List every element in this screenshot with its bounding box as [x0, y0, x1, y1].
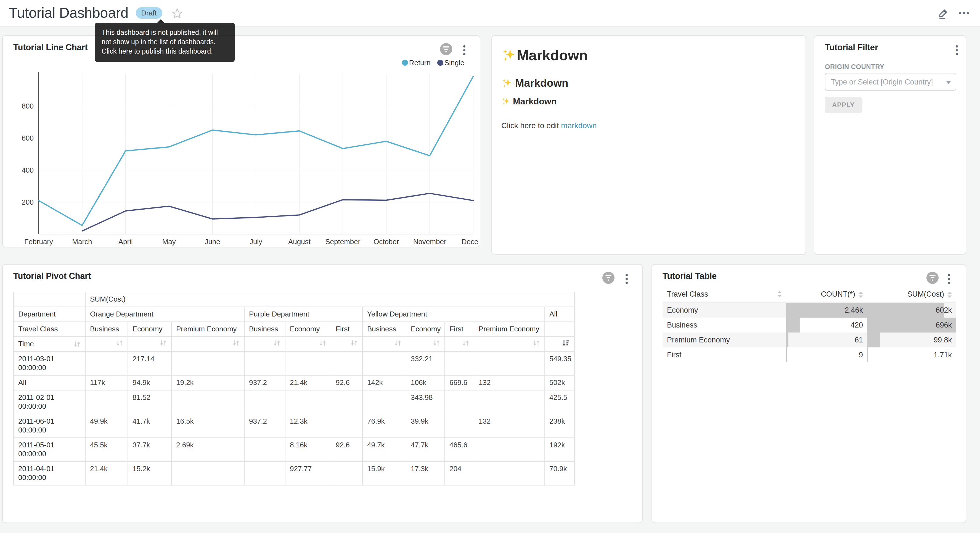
column-header-travel-class[interactable]: Travel Class [663, 287, 786, 302]
pivot-sort-cell [406, 337, 445, 351]
sort-carets-icon[interactable] [859, 292, 863, 297]
series-line-single [82, 193, 473, 231]
sort-icon[interactable] [351, 340, 358, 346]
x-tick-label: September [325, 238, 361, 246]
pivot-value-cell [172, 390, 244, 414]
line-chart-card: Tutorial Line Chart ReturnSingle 2004006… [2, 35, 480, 247]
sort-carets-icon[interactable] [777, 291, 782, 297]
header-actions [935, 0, 980, 27]
pivot-value-cell [474, 351, 545, 375]
pivot-value-cell: 132 [474, 414, 545, 438]
pivot-chart-title: Tutorial Pivot Chart [13, 271, 91, 281]
pivot-department-label: Department [14, 307, 85, 322]
column-header-count[interactable]: COUNT(*) [786, 287, 867, 302]
markdown-footer: Click here to edit markdown [501, 121, 597, 130]
pivot-value-cell [474, 438, 545, 461]
draft-badge[interactable]: Draft [135, 7, 162, 19]
table-row: Premium Economy6199.8k [663, 332, 956, 348]
table-row: All117k94.9k19.2k937.221.4k92.6142k106k6… [14, 375, 574, 390]
filter-indicator-icon[interactable] [602, 272, 614, 284]
pivot-value-cell: 2.69k [172, 438, 244, 461]
pivot-value-cell [363, 351, 406, 375]
sort-icon[interactable] [394, 340, 401, 346]
pivot-value-cell [331, 351, 363, 375]
pivot-value-cell: 21.4k [285, 375, 331, 390]
filter-indicator-icon[interactable] [926, 272, 939, 284]
kebab-menu-icon[interactable] [955, 44, 959, 56]
sort-icon[interactable] [533, 340, 540, 346]
edit-markdown-link[interactable]: markdown [561, 121, 597, 130]
pivot-value-cell [244, 351, 285, 375]
travel-class-cell: Business [663, 318, 786, 332]
table-row: Business420696k [663, 318, 956, 332]
pivot-value-cell: 94.9k [128, 375, 172, 390]
sort-icon[interactable] [232, 340, 240, 346]
apply-button[interactable]: APPLY [825, 97, 862, 113]
pivot-value-cell: 15.2k [128, 461, 172, 485]
pivot-row-label: 2011-05-0100:00:00 [14, 438, 85, 461]
pivot-chart-card: Tutorial Pivot Chart SUM(Cost)Department… [2, 264, 643, 523]
column-header-label: Travel Class [667, 290, 708, 298]
sort-icon[interactable] [462, 340, 469, 346]
favorite-star-icon[interactable] [172, 8, 183, 19]
pivot-value-cell [285, 351, 331, 375]
pivot-sort-cell [331, 337, 363, 351]
page-title: Tutorial Dashboard [9, 5, 128, 22]
table-row: 2011-05-0100:00:0045.5k37.7k2.69k8.16k92… [14, 438, 574, 461]
pivot-value-cell: 192k [545, 438, 574, 461]
sort-icon[interactable] [159, 340, 167, 346]
pivot-value-cell [244, 461, 285, 485]
x-tick-label: June [205, 238, 220, 246]
sort-icon[interactable] [273, 340, 280, 346]
pivot-row-label: 2011-04-0100:00:00 [14, 461, 85, 485]
x-tick-label: Dece [461, 238, 479, 246]
filter-card-title: Tutorial Filter [825, 43, 878, 53]
sort-icon[interactable] [319, 340, 326, 346]
pivot-value-cell [172, 461, 244, 485]
sort-icon[interactable] [116, 340, 123, 346]
pivot-value-cell: 92.6 [331, 375, 363, 390]
pivot-value-cell [85, 390, 128, 414]
pivot-column-header: Business [244, 322, 285, 337]
x-tick-label: November [413, 238, 446, 246]
column-header-sum-cost[interactable]: SUM(Cost) [867, 287, 956, 302]
sum-cost-cell: 696k [867, 318, 956, 332]
pivot-sort-cell [363, 337, 406, 351]
pivot-value-cell: 465.6 [445, 438, 474, 461]
table-card: Tutorial Table Travel ClassCOUNT(*)SUM(C… [651, 264, 966, 523]
pivot-sort-cell [474, 337, 545, 351]
pivot-column-header: Premium Economy [172, 322, 244, 337]
markdown-card: Markdown Markdown Markdown [492, 35, 806, 255]
pivot-column-header [545, 322, 574, 337]
pivot-sort-cell [244, 337, 285, 351]
select-placeholder: Type or Select [Origin Country] [831, 78, 933, 86]
pivot-value-cell: 549.35 [545, 351, 574, 375]
ellipsis-horizontal-icon[interactable] [956, 5, 972, 22]
sum-cost-cell: 602k [867, 302, 956, 318]
sort-descending-icon[interactable] [562, 340, 570, 346]
kebab-menu-icon[interactable] [947, 273, 951, 285]
pivot-column-header: Premium Economy [474, 322, 545, 337]
sort-icon[interactable] [73, 341, 81, 348]
pivot-group-header: All [545, 307, 574, 322]
sort-carets-icon[interactable] [947, 292, 952, 297]
origin-country-select[interactable]: Type or Select [Origin Country] [825, 73, 956, 91]
sum-cost-cell: 99.8k [867, 332, 956, 348]
pivot-column-header: First [445, 322, 474, 337]
pivot-group-header: Yellow Department [363, 307, 545, 322]
pivot-value-cell: 132 [474, 375, 545, 390]
line-chart-plot: 200400600800FebruaryMarchAprilMayJuneJul… [3, 36, 480, 247]
count-data-bar [786, 318, 800, 332]
kebab-menu-icon[interactable] [624, 273, 629, 285]
pivot-column-header: Economy [285, 322, 331, 337]
x-tick-label: May [162, 238, 176, 246]
pencil-icon[interactable] [935, 5, 951, 22]
pivot-value-cell: 927.77 [285, 461, 331, 485]
pivot-value-cell: 15.9k [363, 461, 406, 485]
pivot-value-cell [285, 390, 331, 414]
pivot-value-cell: 19.2k [172, 375, 244, 390]
x-tick-label: July [250, 238, 262, 246]
sort-icon[interactable] [433, 340, 440, 346]
pivot-value-cell [474, 390, 545, 414]
pivot-value-cell: 937.2 [244, 375, 285, 390]
